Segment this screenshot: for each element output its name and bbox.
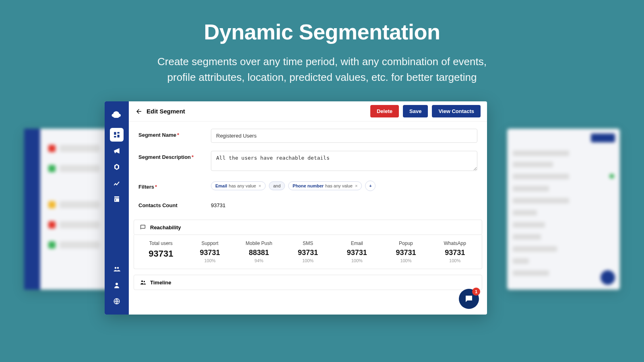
hero: Dynamic Segmentation Create segments ove…	[0, 0, 644, 85]
reach-channel-whatsapp: WhatsApp 93731 100%	[430, 241, 479, 263]
nav-templates[interactable]	[110, 192, 124, 206]
background-screenshot-right	[507, 129, 620, 290]
reach-channel-sms: SMS 93731 100%	[283, 241, 332, 263]
arrow-left-icon	[135, 108, 142, 115]
back-button[interactable]: Edit Segment	[135, 108, 185, 115]
reach-channel-popup: Popup 93731 100%	[382, 241, 431, 263]
chat-badge: 1	[472, 288, 480, 296]
svg-point-6	[116, 283, 118, 285]
nav-dashboard[interactable]	[110, 128, 124, 142]
remove-filter-icon[interactable]: ×	[258, 183, 261, 188]
filter-operator-and: and	[269, 181, 285, 190]
app-logo	[111, 108, 123, 120]
chat-icon	[140, 224, 146, 230]
segment-desc-label: Segment Description*	[138, 151, 211, 173]
filters-label: Filters*	[138, 181, 211, 191]
reachability-grid: Total users 93731 Support 93731 100% Mob…	[134, 235, 482, 269]
chat-bubble-icon	[464, 294, 474, 304]
delete-button[interactable]: Delete	[370, 105, 399, 117]
nav-globe[interactable]	[110, 294, 124, 308]
contacts-count-label: Contacts Count	[138, 199, 211, 208]
main-content: Edit Segment Delete Save View Contacts S…	[129, 101, 487, 315]
filter-pill-phone[interactable]: Phone number has any value ×	[288, 181, 362, 190]
reach-total-users: Total users 93731	[136, 241, 186, 263]
reach-channel-mobile-push: Mobile Push 88381 94%	[234, 241, 283, 263]
nav-segments[interactable]	[110, 160, 124, 174]
svg-point-8	[141, 280, 143, 282]
contacts-count-value: 93731	[211, 199, 477, 208]
chat-fab[interactable]: 1	[459, 289, 479, 309]
remove-filter-icon[interactable]: ×	[355, 183, 357, 188]
segment-form: Segment Name* Segment Description* Filte…	[129, 121, 487, 220]
reach-channel-email: Email 93731 100%	[332, 241, 382, 263]
filter-pill-email[interactable]: Email has any value ×	[211, 181, 266, 190]
svg-rect-1	[118, 132, 120, 134]
svg-point-5	[117, 267, 119, 269]
page-title: Edit Segment	[147, 108, 185, 115]
hero-title: Dynamic Segmentation	[0, 19, 644, 44]
sidebar	[105, 101, 129, 315]
reach-channel-support: Support 93731 100%	[186, 241, 235, 263]
save-button[interactable]: Save	[403, 105, 428, 117]
reachability-header: Reachability	[134, 220, 482, 235]
svg-rect-0	[114, 132, 116, 135]
segment-desc-input[interactable]	[211, 151, 477, 171]
nav-team[interactable]	[110, 262, 124, 276]
topbar: Edit Segment Delete Save View Contacts	[129, 101, 487, 121]
svg-point-4	[115, 267, 117, 269]
timeline-header: Timeline	[134, 275, 482, 290]
nav-campaigns[interactable]	[110, 144, 124, 158]
view-contacts-button[interactable]: View Contacts	[432, 105, 481, 117]
svg-rect-2	[118, 135, 120, 138]
svg-point-9	[144, 281, 145, 282]
users-icon	[140, 279, 146, 286]
segment-name-input[interactable]	[211, 129, 477, 143]
app-window: Edit Segment Delete Save View Contacts S…	[105, 101, 487, 315]
add-filter-button[interactable]: +	[365, 181, 376, 191]
svg-rect-3	[114, 136, 116, 138]
nav-analytics[interactable]	[110, 176, 124, 190]
hero-subtitle: Create segments over any time period, wi…	[0, 54, 644, 85]
segment-name-label: Segment Name*	[138, 129, 211, 143]
nav-profile[interactable]	[110, 278, 124, 292]
